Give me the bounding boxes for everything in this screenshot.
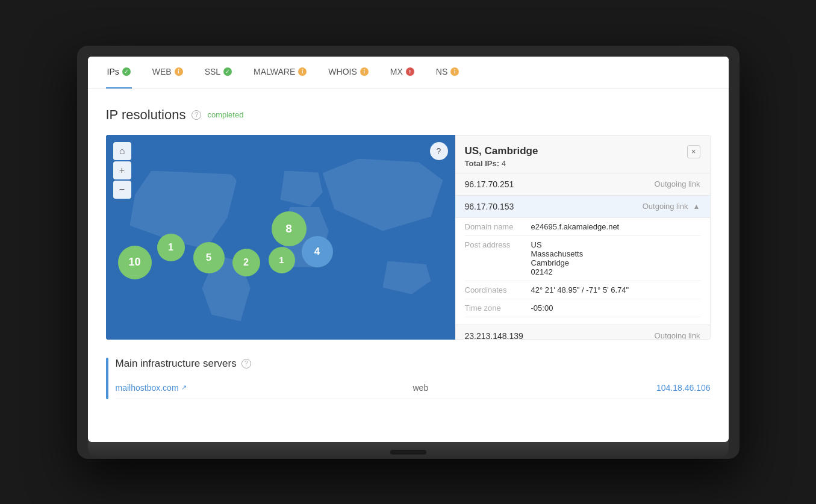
info-panel-header: US, Cambridge Total IPs: 4 × bbox=[455, 135, 710, 173]
nav-bar: IPs ✓ WEB i SSL ✓ MALWARE i WHOIS i MX ! bbox=[88, 57, 729, 89]
info-panel-subtitle: Total IPs: 4 bbox=[465, 159, 538, 168]
map-zoom-out-button[interactable]: − bbox=[113, 181, 131, 199]
whois-status-icon: i bbox=[360, 67, 369, 76]
bubble-4[interactable]: 4 bbox=[302, 236, 333, 267]
blue-accent-bar bbox=[106, 358, 108, 399]
ip-detail-panel: Domain name e24695.f.akamaiedge.net Post… bbox=[455, 217, 710, 325]
infra-domain-label: mailhostbox.com bbox=[116, 383, 179, 393]
nav-item-ssl[interactable]: SSL ✓ bbox=[204, 57, 233, 89]
malware-label: MALWARE bbox=[254, 67, 295, 76]
infra-ip-1[interactable]: 104.18.46.106 bbox=[562, 383, 711, 393]
main-content: IP resolutions ? completed bbox=[88, 89, 729, 411]
ips-status-icon: ✓ bbox=[122, 67, 131, 76]
infra-header: Main infrastructure servers ? bbox=[116, 358, 711, 370]
mx-status-icon: ! bbox=[406, 67, 414, 76]
bubble-10[interactable]: 10 bbox=[118, 246, 152, 279]
bubble-1a[interactable]: 1 bbox=[157, 234, 185, 261]
nav-item-ips[interactable]: IPs ✓ bbox=[106, 57, 132, 89]
time-zone-label: Time zone bbox=[465, 303, 531, 313]
detail-domain-name: Domain name e24695.f.akamaiedge.net bbox=[465, 218, 700, 236]
map-home-button[interactable]: ⌂ bbox=[113, 142, 131, 160]
laptop-base bbox=[88, 442, 729, 459]
ip-row-2[interactable]: 96.17.70.153 Outgoing link ▲ bbox=[455, 195, 710, 217]
ip-address-1: 96.17.70.251 bbox=[465, 179, 655, 189]
ip-address-2: 96.17.70.153 bbox=[465, 202, 643, 211]
ssl-label: SSL bbox=[205, 67, 220, 76]
ip-row-1[interactable]: 96.17.70.251 Outgoing link bbox=[455, 173, 710, 195]
bubble-2[interactable]: 2 bbox=[232, 249, 260, 276]
map-container[interactable]: ⌂ + − ? 10 1 5 2 8 1 4 bbox=[106, 135, 455, 340]
section-header: IP resolutions ? completed bbox=[106, 107, 711, 123]
ip-link-2: Outgoing link bbox=[643, 202, 688, 211]
map-controls: ⌂ + − bbox=[113, 142, 131, 199]
ssl-status-icon: ✓ bbox=[223, 67, 232, 76]
status-badge: completed bbox=[207, 110, 243, 119]
total-ips-label: Total IPs: bbox=[465, 159, 500, 168]
map-help-button[interactable]: ? bbox=[430, 142, 448, 160]
ips-label: IPs bbox=[107, 67, 119, 76]
nav-item-malware[interactable]: MALWARE i bbox=[252, 57, 308, 89]
map-zoom-in-button[interactable]: + bbox=[113, 161, 131, 179]
nav-item-mx[interactable]: MX ! bbox=[389, 57, 416, 89]
coordinates-value: 42° 21' 48.95" / -71° 5' 6.74" bbox=[531, 285, 629, 294]
infra-help-icon[interactable]: ? bbox=[241, 359, 251, 369]
total-ips-value: 4 bbox=[502, 159, 506, 168]
expand-icon: ▲ bbox=[693, 202, 700, 211]
post-address-label: Post address bbox=[465, 240, 531, 276]
external-link-icon: ↗ bbox=[181, 384, 187, 391]
close-button[interactable]: × bbox=[687, 145, 700, 158]
bubble-1b[interactable]: 1 bbox=[269, 247, 295, 273]
domain-name-value: e24695.f.akamaiedge.net bbox=[531, 222, 620, 231]
infra-table-row-1: mailhostbox.com ↗ web 104.18.46.106 bbox=[116, 377, 711, 399]
whois-label: WHOIS bbox=[328, 67, 357, 76]
domain-name-label: Domain name bbox=[465, 222, 531, 231]
page-title: IP resolutions bbox=[106, 107, 186, 123]
detail-post-address: Post address USMassachusettsCambridge021… bbox=[465, 236, 700, 281]
web-label: WEB bbox=[152, 67, 172, 76]
nav-item-web[interactable]: WEB i bbox=[151, 57, 184, 89]
help-icon[interactable]: ? bbox=[192, 110, 201, 120]
laptop-notch bbox=[390, 450, 426, 455]
post-address-value: USMassachusettsCambridge02142 bbox=[531, 240, 584, 276]
info-panel: US, Cambridge Total IPs: 4 × 96.17.70.25… bbox=[455, 135, 711, 340]
infra-row-wrapper: Main infrastructure servers ? mailhostbo… bbox=[106, 358, 711, 399]
web-status-icon: i bbox=[175, 67, 183, 76]
mx-label: MX bbox=[390, 67, 403, 76]
nav-item-whois[interactable]: WHOIS i bbox=[327, 57, 369, 89]
info-panel-header-text: US, Cambridge Total IPs: 4 bbox=[465, 145, 538, 168]
infra-domain-1[interactable]: mailhostbox.com ↗ bbox=[116, 383, 413, 393]
ns-label: NS bbox=[436, 67, 447, 76]
info-panel-title: US, Cambridge bbox=[465, 145, 538, 157]
infra-content: Main infrastructure servers ? mailhostbo… bbox=[116, 358, 711, 399]
coordinates-label: Coordinates bbox=[465, 285, 531, 294]
bubble-8[interactable]: 8 bbox=[272, 211, 307, 246]
detail-time-zone: Time zone -05:00 bbox=[465, 299, 700, 317]
infra-section: Main infrastructure servers ? mailhostbo… bbox=[106, 358, 711, 399]
malware-status-icon: i bbox=[298, 67, 307, 76]
ip-link-1: Outgoing link bbox=[655, 179, 700, 188]
ip-link-3: Outgoing link bbox=[655, 331, 700, 340]
detail-coordinates: Coordinates 42° 21' 48.95" / -71° 5' 6.7… bbox=[465, 281, 700, 299]
map-section: ⌂ + − ? 10 1 5 2 8 1 4 bbox=[106, 135, 711, 340]
ns-status-icon: i bbox=[450, 67, 459, 76]
time-zone-value: -05:00 bbox=[531, 303, 553, 313]
ip-row-3[interactable]: 23.213.148.139 Outgoing link bbox=[455, 325, 710, 340]
bubble-5[interactable]: 5 bbox=[193, 242, 225, 273]
nav-item-ns[interactable]: NS i bbox=[435, 57, 460, 89]
infra-type-1: web bbox=[413, 383, 562, 393]
infra-title: Main infrastructure servers bbox=[116, 358, 237, 370]
ip-address-3: 23.213.148.139 bbox=[465, 331, 655, 340]
